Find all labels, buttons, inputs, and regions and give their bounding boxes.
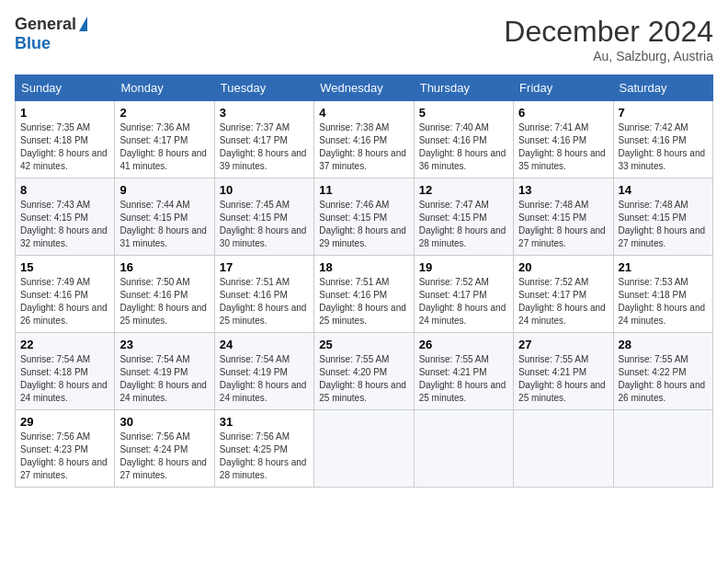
day-detail: Sunrise: 7:48 AMSunset: 4:15 PMDaylight:… [518,199,608,250]
day-detail: Sunrise: 7:41 AMSunset: 4:16 PMDaylight:… [518,121,608,173]
day-number: 31 [220,415,309,429]
calendar-cell: 5Sunrise: 7:40 AMSunset: 4:16 PMDaylight… [414,101,513,178]
day-number: 2 [119,106,209,120]
day-detail: Sunrise: 7:54 AMSunset: 4:18 PMDaylight:… [20,353,109,405]
location-text: Au, Salzburg, Austria [504,49,713,63]
logo: General Blue [15,15,87,53]
title-section: December 2024 Au, Salzburg, Austria [504,15,713,63]
logo-triangle-icon [79,17,87,31]
calendar-cell: 10Sunrise: 7:45 AMSunset: 4:15 PMDayligh… [214,178,313,256]
page-header: General Blue December 2024 Au, Salzburg,… [15,15,713,63]
day-detail: Sunrise: 7:36 AMSunset: 4:17 PMDaylight:… [119,121,209,173]
calendar-cell: 13Sunrise: 7:48 AMSunset: 4:15 PMDayligh… [514,178,613,256]
calendar-cell: 31Sunrise: 7:56 AMSunset: 4:25 PMDayligh… [214,410,313,488]
calendar-cell: 25Sunrise: 7:55 AMSunset: 4:20 PMDayligh… [314,333,414,410]
calendar-cell: 2Sunrise: 7:36 AMSunset: 4:17 PMDaylight… [115,101,214,178]
day-detail: Sunrise: 7:55 AMSunset: 4:21 PMDaylight:… [419,353,508,405]
day-number: 5 [419,106,508,120]
calendar-cell: 4Sunrise: 7:38 AMSunset: 4:16 PMDaylight… [314,101,414,178]
day-number: 8 [20,183,109,197]
day-detail: Sunrise: 7:55 AMSunset: 4:20 PMDaylight:… [319,353,408,405]
calendar-cell: 28Sunrise: 7:55 AMSunset: 4:22 PMDayligh… [613,333,712,410]
calendar-header-row: SundayMondayTuesdayWednesdayThursdayFrid… [16,75,713,101]
day-number: 10 [220,183,309,197]
calendar-cell: 12Sunrise: 7:47 AMSunset: 4:15 PMDayligh… [414,178,513,256]
calendar-week-row: 1Sunrise: 7:35 AMSunset: 4:18 PMDaylight… [16,101,713,178]
day-detail: Sunrise: 7:55 AMSunset: 4:22 PMDaylight:… [619,353,708,405]
day-number: 17 [220,260,309,274]
day-number: 13 [518,183,608,197]
day-detail: Sunrise: 7:52 AMSunset: 4:17 PMDaylight:… [419,276,508,327]
calendar-cell: 14Sunrise: 7:48 AMSunset: 4:15 PMDayligh… [613,178,712,256]
calendar-week-row: 8Sunrise: 7:43 AMSunset: 4:15 PMDaylight… [16,178,713,256]
month-title: December 2024 [504,15,713,49]
day-number: 28 [619,338,708,351]
day-detail: Sunrise: 7:54 AMSunset: 4:19 PMDaylight:… [119,353,209,405]
day-number: 6 [518,106,608,120]
day-detail: Sunrise: 7:51 AMSunset: 4:16 PMDaylight:… [220,276,309,327]
day-detail: Sunrise: 7:53 AMSunset: 4:18 PMDaylight:… [619,276,708,327]
day-detail: Sunrise: 7:52 AMSunset: 4:17 PMDaylight:… [518,276,608,327]
day-detail: Sunrise: 7:55 AMSunset: 4:21 PMDaylight:… [518,353,608,405]
day-detail: Sunrise: 7:44 AMSunset: 4:15 PMDaylight:… [119,199,209,250]
day-detail: Sunrise: 7:47 AMSunset: 4:15 PMDaylight:… [419,199,508,250]
day-detail: Sunrise: 7:56 AMSunset: 4:23 PMDaylight:… [20,431,109,482]
day-detail: Sunrise: 7:46 AMSunset: 4:15 PMDaylight:… [319,199,408,250]
day-detail: Sunrise: 7:54 AMSunset: 4:19 PMDaylight:… [220,353,309,405]
day-detail: Sunrise: 7:42 AMSunset: 4:16 PMDaylight:… [619,121,708,173]
calendar-cell: 6Sunrise: 7:41 AMSunset: 4:16 PMDaylight… [514,101,613,178]
day-number: 18 [319,260,408,274]
day-detail: Sunrise: 7:51 AMSunset: 4:16 PMDaylight:… [319,276,408,327]
calendar-cell: 7Sunrise: 7:42 AMSunset: 4:16 PMDaylight… [613,101,712,178]
day-detail: Sunrise: 7:50 AMSunset: 4:16 PMDaylight:… [119,276,209,327]
day-detail: Sunrise: 7:56 AMSunset: 4:25 PMDaylight:… [220,431,309,482]
day-detail: Sunrise: 7:35 AMSunset: 4:18 PMDaylight:… [20,121,109,173]
col-header-tuesday: Tuesday [214,75,313,101]
calendar-cell: 3Sunrise: 7:37 AMSunset: 4:17 PMDaylight… [214,101,313,178]
day-number: 14 [619,183,708,197]
calendar-week-row: 15Sunrise: 7:49 AMSunset: 4:16 PMDayligh… [16,256,713,333]
day-number: 30 [119,415,209,429]
day-detail: Sunrise: 7:49 AMSunset: 4:16 PMDaylight:… [20,276,109,327]
col-header-sunday: Sunday [16,75,115,101]
day-detail: Sunrise: 7:48 AMSunset: 4:15 PMDaylight:… [619,199,708,250]
logo-blue-text: Blue [15,34,51,53]
calendar-cell: 20Sunrise: 7:52 AMSunset: 4:17 PMDayligh… [514,256,613,333]
day-number: 21 [619,260,708,274]
day-number: 29 [20,415,109,429]
calendar-cell: 18Sunrise: 7:51 AMSunset: 4:16 PMDayligh… [314,256,414,333]
calendar-cell: 30Sunrise: 7:56 AMSunset: 4:24 PMDayligh… [115,410,214,488]
calendar-cell [613,410,712,488]
day-number: 11 [319,183,408,197]
day-number: 23 [119,338,209,351]
calendar-cell: 15Sunrise: 7:49 AMSunset: 4:16 PMDayligh… [16,256,115,333]
day-number: 15 [20,260,109,274]
calendar-cell [514,410,613,488]
day-detail: Sunrise: 7:40 AMSunset: 4:16 PMDaylight:… [419,121,508,173]
col-header-wednesday: Wednesday [314,75,414,101]
calendar-cell [414,410,513,488]
calendar-cell: 29Sunrise: 7:56 AMSunset: 4:23 PMDayligh… [16,410,115,488]
calendar-cell: 21Sunrise: 7:53 AMSunset: 4:18 PMDayligh… [613,256,712,333]
calendar-cell: 23Sunrise: 7:54 AMSunset: 4:19 PMDayligh… [115,333,214,410]
calendar-week-row: 29Sunrise: 7:56 AMSunset: 4:23 PMDayligh… [16,410,713,488]
day-number: 25 [319,338,408,351]
day-number: 4 [319,106,408,120]
col-header-thursday: Thursday [414,75,513,101]
day-detail: Sunrise: 7:56 AMSunset: 4:24 PMDaylight:… [119,431,209,482]
calendar-cell: 24Sunrise: 7:54 AMSunset: 4:19 PMDayligh… [214,333,313,410]
day-number: 22 [20,338,109,351]
calendar-table: SundayMondayTuesdayWednesdayThursdayFrid… [15,75,713,488]
day-detail: Sunrise: 7:37 AMSunset: 4:17 PMDaylight:… [220,121,309,173]
calendar-cell: 19Sunrise: 7:52 AMSunset: 4:17 PMDayligh… [414,256,513,333]
calendar-cell: 8Sunrise: 7:43 AMSunset: 4:15 PMDaylight… [16,178,115,256]
calendar-cell [314,410,414,488]
calendar-cell: 27Sunrise: 7:55 AMSunset: 4:21 PMDayligh… [514,333,613,410]
calendar-week-row: 22Sunrise: 7:54 AMSunset: 4:18 PMDayligh… [16,333,713,410]
day-number: 7 [619,106,708,120]
col-header-saturday: Saturday [613,75,712,101]
calendar-cell: 16Sunrise: 7:50 AMSunset: 4:16 PMDayligh… [115,256,214,333]
day-number: 19 [419,260,508,274]
col-header-monday: Monday [115,75,214,101]
calendar-cell: 26Sunrise: 7:55 AMSunset: 4:21 PMDayligh… [414,333,513,410]
